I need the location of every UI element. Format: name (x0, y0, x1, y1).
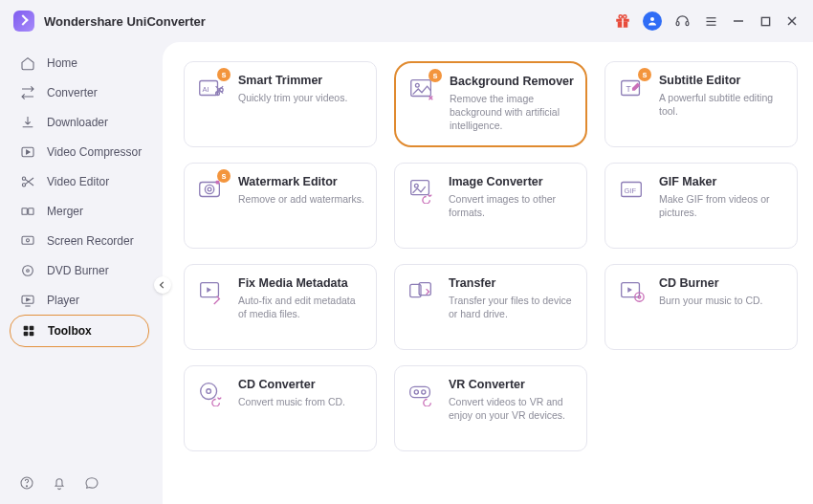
minimize-button[interactable] (731, 13, 746, 29)
tool-image-converter[interactable]: Image Converter Convert images to other … (394, 163, 587, 249)
sidebar-item-dvd-burner[interactable]: DVD Burner (0, 255, 163, 285)
sidebar-label: Home (47, 56, 77, 70)
sidebar: Home Converter Downloader Video Compress… (0, 42, 163, 504)
svg-rect-7 (686, 21, 689, 25)
svg-point-3 (619, 15, 622, 18)
card-title: VR Converter (449, 378, 577, 391)
sidebar-item-player[interactable]: Player (0, 285, 163, 315)
sidebar-item-video-compressor[interactable]: Video Compressor (0, 137, 163, 166)
sidebar-label: Video Editor (47, 175, 109, 188)
converter-icon (19, 84, 35, 100)
support-icon[interactable] (673, 12, 691, 30)
svg-text:T: T (626, 84, 630, 94)
cd-burner-icon (617, 276, 649, 309)
svg-point-54 (207, 389, 211, 394)
help-icon[interactable] (19, 475, 34, 491)
card-title: CD Burner (659, 276, 787, 290)
sidebar-item-converter[interactable]: Converter (0, 77, 163, 107)
svg-rect-2 (622, 19, 624, 28)
card-desc: Remove or add watermarks. (238, 192, 366, 206)
app-title: Wondershare UniConverter (44, 14, 206, 29)
sidebar-label: Player (47, 294, 79, 307)
tool-vr-converter[interactable]: VR Converter Convert videos to VR and en… (394, 365, 587, 451)
cd-converter-icon (196, 378, 229, 410)
svg-rect-28 (29, 332, 33, 337)
card-desc: Make GIF from videos or pictures. (659, 192, 787, 219)
svg-point-41 (208, 187, 211, 191)
card-desc: Transfer your files to device or hard dr… (449, 294, 577, 320)
tool-cd-converter[interactable]: CD Converter Convert music from CD. (184, 365, 377, 451)
tool-transfer[interactable]: Transfer Transfer your files to device o… (394, 264, 587, 350)
sidebar-bottom (0, 475, 163, 504)
svg-rect-18 (22, 208, 27, 214)
svg-point-44 (414, 184, 418, 187)
sidebar-item-downloader[interactable]: Downloader (0, 107, 163, 137)
home-icon (19, 55, 35, 71)
tool-subtitle-editor[interactable]: T s Subtitle Editor A powerful subtitle … (604, 61, 798, 147)
svg-point-21 (26, 238, 29, 241)
subtitle-editor-icon: T s (617, 74, 649, 106)
menu-icon[interactable] (702, 12, 719, 30)
tool-cd-burner[interactable]: CD Burner Burn your music to CD. (604, 264, 798, 350)
vr-icon (406, 378, 439, 410)
svg-rect-27 (23, 332, 28, 337)
merger-icon (19, 203, 35, 219)
scissors-icon (19, 173, 35, 189)
svg-rect-12 (761, 17, 769, 25)
card-title: Image Converter (449, 175, 577, 188)
card-desc: Convert videos to VR and enjoy on your V… (449, 395, 577, 422)
svg-point-4 (624, 15, 626, 18)
svg-text:GIF: GIF (625, 186, 637, 195)
smart-trimmer-icon: AI s (196, 74, 229, 106)
download-icon (19, 114, 35, 130)
badge-icon: s (428, 69, 442, 82)
svg-point-36 (415, 83, 419, 87)
svg-point-57 (422, 390, 426, 394)
close-button[interactable] (784, 13, 800, 29)
card-desc: A powerful subtitle editing tool. (659, 91, 787, 118)
badge-icon: s (638, 68, 651, 81)
card-title: Background Remover (450, 75, 576, 88)
card-desc: Convert images to other formats. (449, 192, 577, 219)
watermark-icon: s (196, 175, 229, 208)
card-title: Watermark Editor (238, 175, 366, 188)
card-desc: Burn your music to CD. (659, 294, 787, 307)
bell-icon[interactable] (52, 475, 67, 491)
tool-grid: AI s Smart Trimmer Quickly trim your vid… (184, 61, 792, 451)
svg-rect-6 (676, 21, 679, 25)
metadata-icon (196, 276, 229, 309)
sidebar-item-home[interactable]: Home (0, 48, 163, 77)
tool-gif-maker[interactable]: GIF GIF Maker Make GIF from videos or pi… (604, 163, 798, 249)
gift-icon[interactable] (614, 12, 631, 30)
maximize-button[interactable] (758, 13, 773, 29)
collapse-sidebar-button[interactable] (154, 276, 171, 294)
svg-point-53 (201, 383, 217, 400)
disc-icon (19, 262, 35, 278)
sidebar-label: Screen Recorder (47, 234, 134, 248)
svg-rect-55 (410, 386, 430, 397)
svg-rect-20 (22, 236, 33, 244)
card-desc: Convert music from CD. (238, 395, 366, 408)
svg-point-56 (414, 390, 418, 394)
card-title: GIF Maker (659, 175, 787, 188)
svg-rect-19 (28, 208, 33, 214)
tool-background-remover[interactable]: s Background Remover Remove the image ba… (394, 61, 587, 147)
sidebar-label: Downloader (47, 116, 108, 129)
tool-smart-trimmer[interactable]: AI s Smart Trimmer Quickly trim your vid… (184, 61, 377, 147)
card-desc: Auto-fix and edit metadata of media file… (238, 294, 366, 320)
sidebar-item-toolbox[interactable]: Toolbox (10, 315, 149, 347)
svg-point-5 (650, 17, 654, 21)
svg-point-40 (205, 185, 213, 193)
sidebar-item-video-editor[interactable]: Video Editor (0, 166, 163, 196)
sidebar-item-merger[interactable]: Merger (0, 196, 163, 226)
card-title: Smart Trimmer (238, 74, 366, 87)
feedback-icon[interactable] (84, 475, 99, 491)
sidebar-item-screen-recorder[interactable]: Screen Recorder (0, 226, 163, 255)
svg-text:AI: AI (203, 85, 209, 94)
tool-fix-metadata[interactable]: Fix Media Metadata Auto-fix and edit met… (184, 264, 377, 350)
card-title: Fix Media Metadata (238, 276, 366, 290)
svg-point-22 (22, 265, 33, 275)
user-avatar[interactable] (643, 11, 662, 31)
transfer-icon (406, 276, 439, 309)
tool-watermark-editor[interactable]: s Watermark Editor Remove or add waterma… (184, 163, 377, 249)
